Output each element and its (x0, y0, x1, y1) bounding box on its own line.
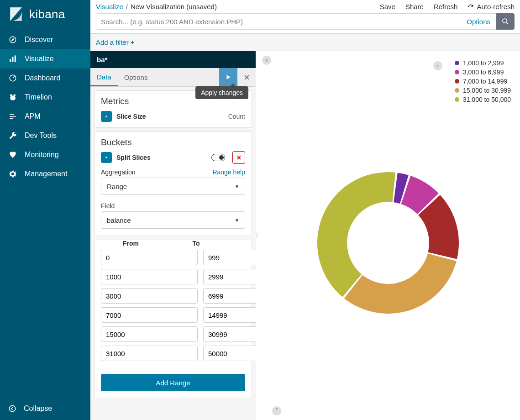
legend-item[interactable]: 3,000 to 6,999 (455, 68, 511, 76)
sidebar-item-dashboard[interactable]: Dashboard (0, 68, 90, 88)
legend-item[interactable]: 1,000 to 2,999 (455, 59, 511, 67)
svg-point-14 (503, 19, 507, 23)
svg-point-9 (10, 95, 16, 100)
sidebar-item-label: APM (25, 112, 41, 121)
sidebar-item-devtools[interactable]: Dev Tools (0, 126, 90, 145)
agg-enable-toggle[interactable] (211, 154, 225, 161)
sidebar-item-label: Monitoring (25, 151, 59, 159)
legend-item[interactable]: 31,000 to 50,000 (455, 96, 511, 103)
svg-rect-5 (15, 56, 16, 62)
svg-marker-19 (106, 115, 107, 117)
sidebar-item-visualize[interactable]: Visualize (0, 49, 90, 68)
legend-color-dot (455, 97, 459, 102)
svg-rect-3 (10, 59, 11, 62)
heart-icon (8, 150, 17, 159)
range-to-input[interactable] (203, 326, 256, 342)
sidebar-item-discover[interactable]: Discover (0, 30, 90, 49)
collapse-icon (8, 404, 16, 413)
svg-marker-16 (227, 75, 231, 79)
range-from-input[interactable] (101, 307, 198, 323)
sidebar-nav: Discover Visualize Dashboard Timelion AP… (0, 30, 90, 399)
chevron-down-icon (105, 156, 108, 159)
config-pane: ba* Data Options Apply changes (90, 51, 256, 420)
svg-line-15 (506, 22, 508, 24)
chevron-right-icon (105, 115, 108, 118)
range-row: ✕ (101, 307, 245, 323)
play-icon (225, 74, 231, 80)
metrics-agg-label: Slice Size (116, 113, 146, 120)
refresh-button[interactable]: Refresh (434, 3, 458, 10)
breadcrumb-separator: / (126, 3, 128, 10)
index-pattern-header[interactable]: ba* (90, 51, 256, 68)
search-submit-button[interactable] (496, 13, 515, 30)
from-header: From (101, 240, 161, 247)
range-row: ✕ (101, 250, 245, 265)
sidebar-item-management[interactable]: Management (0, 164, 90, 184)
legend-label: 7,000 to 14,999 (463, 78, 507, 85)
legend-item[interactable]: 7,000 to 14,999 (455, 78, 511, 85)
breadcrumb: Visualize / New Visualization (unsaved) (96, 3, 217, 10)
add-range-button[interactable]: Add Range (101, 374, 245, 391)
bear-icon (8, 93, 17, 102)
sidebar-item-label: Discover (25, 36, 53, 44)
refresh-icon (467, 4, 474, 10)
close-icon (244, 74, 250, 80)
legend-collapse-button[interactable]: › (433, 61, 442, 70)
field-value: balance (107, 216, 131, 224)
discard-changes-button[interactable] (237, 68, 256, 86)
gear-icon (8, 169, 17, 178)
search-input[interactable] (96, 14, 461, 29)
lines-icon (8, 112, 17, 121)
caret-down-icon: ▼ (235, 218, 239, 223)
aggregation-label: Aggregation (101, 168, 136, 176)
range-from-input[interactable] (101, 269, 198, 284)
range-from-input[interactable] (101, 326, 198, 342)
aggregation-select[interactable]: Range ▼ (101, 178, 245, 195)
range-to-input[interactable] (203, 307, 256, 323)
sidebar-item-timelion[interactable]: Timelion (0, 88, 90, 107)
donut-chart[interactable] (315, 170, 461, 316)
range-row: ✕ (101, 326, 245, 342)
tab-data[interactable]: Data (90, 68, 118, 86)
compass-icon (8, 35, 17, 44)
auto-refresh-button[interactable]: Auto-refresh (467, 3, 515, 10)
range-from-input[interactable] (101, 250, 198, 265)
resize-handle[interactable]: ⋮ (254, 232, 259, 239)
range-to-input[interactable] (203, 269, 256, 284)
field-select[interactable]: balance ▼ (101, 211, 245, 229)
caret-down-icon: ▼ (235, 184, 239, 189)
buckets-panel: Buckets Split Slices ✕ Aggregation Range… (94, 131, 252, 235)
plus-icon: + (131, 38, 135, 46)
remove-agg-button[interactable]: ✕ (232, 151, 245, 164)
search-options-link[interactable]: Options (461, 18, 496, 26)
donut-slice[interactable] (344, 253, 456, 314)
range-to-input[interactable] (203, 346, 256, 361)
breadcrumb-section[interactable]: Visualize (96, 3, 123, 10)
range-to-input[interactable] (203, 288, 256, 304)
config-tabs: Data Options Apply changes (90, 68, 256, 87)
sidebar-item-apm[interactable]: APM (0, 107, 90, 126)
svg-rect-4 (12, 57, 14, 62)
add-filter-link[interactable]: Add a filter + (90, 34, 520, 51)
range-row: ✕ (101, 288, 245, 304)
share-button[interactable]: Share (405, 3, 424, 10)
legend-color-dot (455, 88, 459, 93)
add-filter-label: Add a filter (96, 38, 129, 46)
sidebar-collapse[interactable]: Collapse (0, 399, 90, 420)
legend-item[interactable]: 15,000 to 30,999 (455, 87, 511, 94)
range-to-input[interactable] (203, 250, 256, 265)
sidebar-item-monitoring[interactable]: Monitoring (0, 145, 90, 164)
brand-logo[interactable]: kibana (0, 0, 90, 30)
metrics-expand-toggle[interactable] (101, 111, 112, 122)
scroll-up-button[interactable]: ˄ (272, 406, 281, 415)
sidebar: kibana Discover Visualize Dashboard Time… (0, 0, 90, 420)
range-from-input[interactable] (101, 346, 198, 361)
range-from-input[interactable] (101, 288, 198, 304)
field-label: Field (101, 202, 115, 210)
range-help-link[interactable]: Range help (212, 168, 245, 176)
donut-slice[interactable] (317, 172, 395, 297)
buckets-collapse-toggle[interactable] (101, 152, 112, 163)
save-button[interactable]: Save (380, 3, 395, 10)
panel-collapse-left[interactable]: ‹ (262, 56, 271, 65)
tab-options[interactable]: Options (118, 69, 154, 86)
